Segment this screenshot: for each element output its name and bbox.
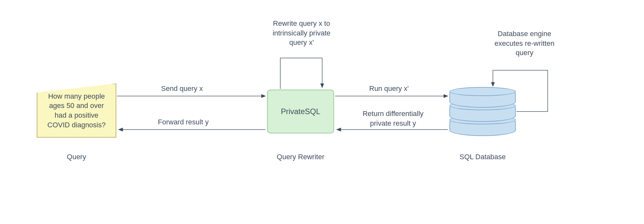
db-cylinder	[449, 87, 516, 96]
edge-run-query-label: Run query x'	[369, 84, 409, 93]
edge-rewrite-loop-label: Rewrite query x to intrinsically private…	[266, 19, 337, 47]
query-text: How many people ages 50 and over had a p…	[43, 92, 111, 130]
edge-db-loop-label: Database engine executes re-written quer…	[488, 29, 561, 58]
rewriter-node: PrivateSQL	[267, 90, 334, 133]
edge-return-result-label: Return differentially private result y	[354, 109, 432, 128]
diagram-canvas: How many people ages 50 and over had a p…	[0, 0, 644, 224]
edge-forward-result-label: Forward result y	[158, 118, 209, 126]
edge-send-query-label: Send query x	[161, 84, 203, 93]
rewriter-text: PrivateSQL	[281, 107, 321, 116]
database-label: SQL Database	[449, 153, 516, 161]
rewriter-label: Query Rewriter	[267, 153, 334, 161]
query-label: Query	[37, 153, 116, 161]
database-node	[449, 88, 516, 135]
query-node: How many people ages 50 and over had a p…	[37, 83, 116, 138]
